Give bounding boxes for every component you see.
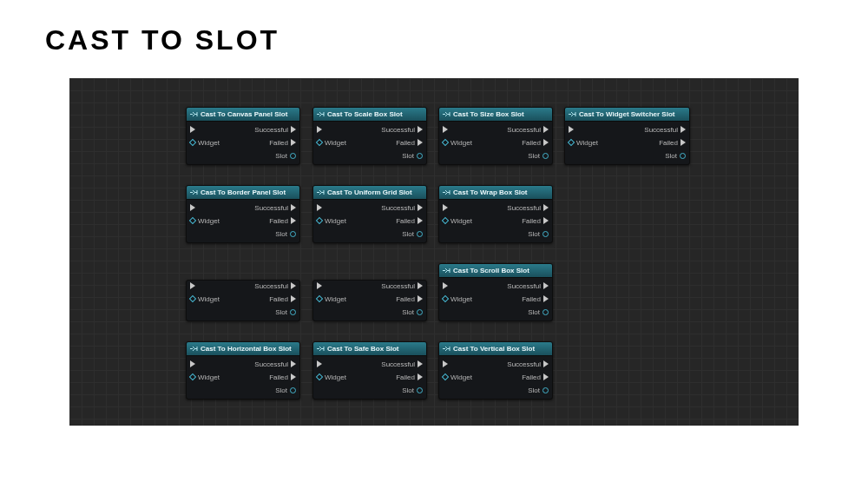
widget-pin[interactable]: Widget xyxy=(443,217,472,225)
slot-pin[interactable]: Slot xyxy=(528,230,549,238)
failed-pin[interactable]: Failed xyxy=(396,139,423,147)
failed-pin[interactable]: Failed xyxy=(659,139,686,147)
object-pin-icon xyxy=(442,217,449,224)
node-header[interactable]: Cast To Widget Switcher Slot xyxy=(565,108,689,122)
failed-pin[interactable]: Failed xyxy=(269,295,296,303)
node-header[interactable]: Cast To Border Panel Slot xyxy=(187,186,299,200)
node-header[interactable]: Cast To Scroll Box Slot xyxy=(439,264,552,278)
exec-in-pin[interactable] xyxy=(317,204,322,211)
node-header[interactable]: Cast To Canvas Panel Slot xyxy=(187,108,299,122)
bp-node-border-panel[interactable]: Cast To Border Panel SlotSuccessfulWidge… xyxy=(186,185,300,243)
bp-node-size-box[interactable]: Cast To Size Box SlotSuccessfulWidgetFai… xyxy=(438,107,553,165)
exec-in-pin[interactable] xyxy=(443,360,448,367)
widget-pin[interactable]: Widget xyxy=(317,373,346,381)
widget-pin[interactable]: Widget xyxy=(317,139,346,147)
widget-pin[interactable]: Widget xyxy=(190,139,220,147)
pin-label: Successful xyxy=(254,282,288,290)
exec-in-pin[interactable] xyxy=(443,204,448,211)
node-header[interactable]: Cast To Safe Box Slot xyxy=(313,342,426,356)
exec-in-pin[interactable] xyxy=(317,126,322,133)
failed-pin[interactable]: Failed xyxy=(396,295,423,303)
failed-pin[interactable]: Failed xyxy=(269,373,296,381)
bp-node-grid-slot[interactable]: Cast To Grid SlotSuccessfulWidgetFailedS… xyxy=(186,280,300,321)
failed-pin[interactable]: Failed xyxy=(522,139,549,147)
successful-pin[interactable]: Successful xyxy=(507,360,549,368)
node-header[interactable]: Cast To Scale Box Slot xyxy=(313,108,426,122)
bp-node-canvas-panel[interactable]: Cast To Canvas Panel SlotSuccessfulWidge… xyxy=(186,107,300,165)
successful-pin[interactable]: Successful xyxy=(507,282,549,290)
slot-pin[interactable]: Slot xyxy=(665,152,686,160)
successful-pin[interactable]: Successful xyxy=(254,126,296,134)
slot-pin[interactable]: Slot xyxy=(528,152,549,160)
exec-in-pin[interactable] xyxy=(190,126,195,133)
successful-pin[interactable]: Successful xyxy=(254,282,296,290)
slot-pin[interactable]: Slot xyxy=(275,152,296,160)
slot-pin[interactable]: Slot xyxy=(275,387,296,394)
node-header[interactable]: Cast To Vertical Box Slot xyxy=(439,342,552,356)
exec-triangle-icon xyxy=(443,126,448,133)
widget-pin[interactable]: Widget xyxy=(443,139,472,147)
slot-pin[interactable]: Slot xyxy=(275,308,296,316)
exec-in-pin[interactable] xyxy=(443,282,448,289)
slot-pin[interactable]: Slot xyxy=(402,230,423,238)
exec-in-pin[interactable] xyxy=(317,282,322,289)
blueprint-graph-canvas[interactable]: Cast To Canvas Panel SlotSuccessfulWidge… xyxy=(69,78,799,426)
exec-triangle-icon xyxy=(418,217,423,224)
slot-pin[interactable]: Slot xyxy=(402,152,423,160)
exec-in-pin[interactable] xyxy=(443,126,448,133)
failed-pin[interactable]: Failed xyxy=(522,217,549,225)
bp-node-horizontal-box[interactable]: Cast To Horizontal Box SlotSuccessfulWid… xyxy=(186,341,300,400)
successful-pin[interactable]: Successful xyxy=(381,126,423,134)
node-header[interactable]: Cast To Wrap Box Slot xyxy=(439,186,552,200)
exec-triangle-icon xyxy=(190,204,195,211)
failed-pin[interactable]: Failed xyxy=(269,217,296,225)
bp-node-scroll-box[interactable]: Cast To Scroll Box SlotSuccessfulWidgetF… xyxy=(438,263,553,321)
bp-node-uniform-grid[interactable]: Cast To Uniform Grid SlotSuccessfulWidge… xyxy=(312,185,427,243)
bp-node-overlay[interactable]: Cast To Overlay SlotSuccessfulWidgetFail… xyxy=(312,280,427,321)
exec-in-pin[interactable] xyxy=(190,360,195,367)
failed-pin[interactable]: Failed xyxy=(269,139,296,147)
widget-pin[interactable]: Widget xyxy=(569,139,598,147)
failed-pin[interactable]: Failed xyxy=(522,295,549,303)
successful-pin[interactable]: Successful xyxy=(644,126,686,134)
widget-pin[interactable]: Widget xyxy=(190,217,220,225)
bp-node-wrap-box[interactable]: Cast To Wrap Box SlotSuccessfulWidgetFai… xyxy=(438,185,553,243)
successful-pin[interactable]: Successful xyxy=(507,204,549,212)
bp-node-safe-box[interactable]: Cast To Safe Box SlotSuccessfulWidgetFai… xyxy=(312,341,427,400)
successful-pin[interactable]: Successful xyxy=(254,360,296,368)
slot-pin[interactable]: Slot xyxy=(402,308,423,316)
exec-in-pin[interactable] xyxy=(317,360,322,367)
object-pin-icon xyxy=(680,153,686,159)
exec-in-pin[interactable] xyxy=(190,204,195,211)
successful-pin[interactable]: Successful xyxy=(381,360,423,368)
widget-pin[interactable]: Widget xyxy=(443,295,472,303)
pin-label: Widget xyxy=(450,295,472,303)
widget-pin[interactable]: Widget xyxy=(317,217,346,225)
pin-label: Slot xyxy=(665,152,677,160)
widget-pin[interactable]: Widget xyxy=(190,373,220,381)
exec-triangle-icon xyxy=(291,126,296,133)
node-header[interactable]: Cast To Horizontal Box Slot xyxy=(187,342,299,356)
slot-pin[interactable]: Slot xyxy=(528,308,549,316)
bp-node-vertical-box[interactable]: Cast To Vertical Box SlotSuccessfulWidge… xyxy=(438,341,553,400)
failed-pin[interactable]: Failed xyxy=(396,217,423,225)
slot-pin[interactable]: Slot xyxy=(402,387,423,394)
bp-node-scale-box[interactable]: Cast To Scale Box SlotSuccessfulWidgetFa… xyxy=(312,107,427,165)
exec-in-pin[interactable] xyxy=(569,126,574,133)
slot-pin[interactable]: Slot xyxy=(275,230,296,238)
bp-node-widget-switcher[interactable]: Cast To Widget Switcher SlotSuccessfulWi… xyxy=(564,107,690,165)
failed-pin[interactable]: Failed xyxy=(522,373,549,381)
successful-pin[interactable]: Successful xyxy=(381,282,423,290)
exec-in-pin[interactable] xyxy=(190,282,195,289)
slot-pin[interactable]: Slot xyxy=(528,387,549,394)
successful-pin[interactable]: Successful xyxy=(507,126,549,134)
successful-pin[interactable]: Successful xyxy=(254,204,296,212)
node-header[interactable]: Cast To Size Box Slot xyxy=(439,108,552,122)
node-header[interactable]: Cast To Uniform Grid Slot xyxy=(313,186,426,200)
successful-pin[interactable]: Successful xyxy=(381,204,423,212)
widget-pin[interactable]: Widget xyxy=(317,295,346,303)
widget-pin[interactable]: Widget xyxy=(443,373,472,381)
failed-pin[interactable]: Failed xyxy=(396,373,423,381)
exec-triangle-icon xyxy=(418,360,423,367)
widget-pin[interactable]: Widget xyxy=(190,295,220,303)
